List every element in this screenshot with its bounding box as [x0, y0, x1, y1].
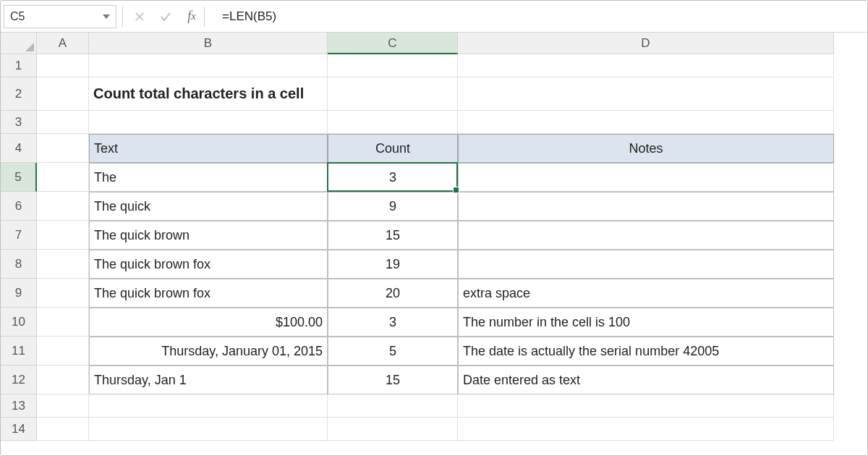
cell-A3[interactable]: [37, 111, 89, 134]
row-headers: 1234567891011121314: [1, 54, 37, 441]
cell-D9[interactable]: extra space: [458, 279, 834, 308]
row-header-13[interactable]: 13: [1, 394, 37, 418]
divider: [122, 7, 123, 27]
spreadsheet-grid: 1234567891011121314 ABCD Count total cha…: [1, 33, 867, 441]
column-header-C[interactable]: C: [328, 33, 458, 54]
cell-B14[interactable]: [89, 418, 328, 441]
cell-B8[interactable]: The quick brown fox: [89, 250, 328, 279]
cell-C5[interactable]: 3: [328, 163, 458, 192]
cell-C3[interactable]: [328, 111, 458, 134]
cell-A8[interactable]: [37, 250, 89, 279]
cell-D1[interactable]: [458, 54, 834, 77]
cell-A12[interactable]: [37, 366, 89, 394]
cell-D13[interactable]: [458, 394, 834, 418]
cell-A9[interactable]: [37, 279, 89, 308]
name-box-value: C5: [10, 10, 25, 23]
formula-bar-buttons: fx: [130, 10, 201, 23]
divider: [204, 7, 205, 27]
row-header-5[interactable]: 5: [1, 163, 37, 192]
cell-B4[interactable]: Text: [89, 134, 328, 163]
cell-B5[interactable]: The: [89, 163, 328, 192]
cell-A1[interactable]: [37, 54, 89, 77]
row-header-6[interactable]: 6: [1, 192, 37, 221]
cell-C2[interactable]: [328, 77, 458, 111]
cell-B12[interactable]: Thursday, Jan 1: [89, 366, 328, 394]
cell-B10[interactable]: $100.00: [89, 308, 328, 337]
cell-D5[interactable]: [458, 163, 834, 192]
cell-A14[interactable]: [37, 418, 89, 441]
cell-C13[interactable]: [328, 394, 458, 418]
row-header-9[interactable]: 9: [1, 279, 37, 308]
cell-A6[interactable]: [37, 192, 89, 221]
chevron-down-icon[interactable]: [103, 14, 110, 19]
cell-C4[interactable]: Count: [328, 134, 458, 163]
row-header-2[interactable]: 2: [1, 77, 37, 111]
cell-D12[interactable]: Date entered as text: [458, 366, 834, 394]
cell-C14[interactable]: [328, 418, 458, 441]
name-box[interactable]: C5: [4, 5, 116, 28]
row-header-4[interactable]: 4: [1, 134, 37, 163]
row-header-11[interactable]: 11: [1, 337, 37, 366]
cell-B11[interactable]: Thursday, January 01, 2015: [89, 337, 328, 366]
formula-bar: C5 fx =LEN(B5): [1, 1, 867, 33]
cell-D6[interactable]: [458, 192, 834, 221]
row-header-14[interactable]: 14: [1, 418, 37, 441]
formula-text: =LEN(B5): [222, 9, 276, 24]
grid-main: ABCD Count total characters in a cellTex…: [37, 33, 834, 441]
enter-icon[interactable]: [159, 10, 172, 23]
cell-D8[interactable]: [458, 250, 834, 279]
cell-A7[interactable]: [37, 221, 89, 250]
cell-A11[interactable]: [37, 337, 89, 366]
left-headers: 1234567891011121314: [1, 33, 37, 441]
cell-C10[interactable]: 3: [328, 308, 458, 337]
row-header-1[interactable]: 1: [1, 54, 37, 77]
cell-D10[interactable]: The number in the cell is 100: [458, 308, 834, 337]
cell-D4[interactable]: Notes: [458, 134, 834, 163]
row-header-7[interactable]: 7: [1, 221, 37, 250]
row-header-8[interactable]: 8: [1, 250, 37, 279]
cell-B2[interactable]: Count total characters in a cell: [89, 77, 328, 111]
cell-B7[interactable]: The quick brown: [89, 221, 328, 250]
column-headers: ABCD: [37, 33, 834, 54]
row-header-10[interactable]: 10: [1, 308, 37, 337]
cell-D2[interactable]: [458, 77, 834, 111]
cell-C6[interactable]: 9: [328, 192, 458, 221]
cell-C1[interactable]: [328, 54, 458, 77]
cell-D3[interactable]: [458, 111, 834, 134]
cell-B13[interactable]: [89, 394, 328, 418]
cell-B1[interactable]: [89, 54, 328, 77]
cell-B9[interactable]: The quick brown fox: [89, 279, 328, 308]
cell-A2[interactable]: [37, 77, 89, 111]
cancel-icon[interactable]: [133, 10, 146, 23]
cell-D11[interactable]: The date is actually the serial number 4…: [458, 337, 834, 366]
cell-C8[interactable]: 19: [328, 250, 458, 279]
cell-B3[interactable]: [89, 111, 328, 134]
column-header-A[interactable]: A: [37, 33, 89, 54]
cell-C12[interactable]: 15: [328, 366, 458, 394]
cell-B6[interactable]: The quick: [89, 192, 328, 221]
cells-area[interactable]: Count total characters in a cellTextCoun…: [37, 54, 834, 441]
cell-D14[interactable]: [458, 418, 834, 441]
row-header-3[interactable]: 3: [1, 111, 37, 134]
cell-A13[interactable]: [37, 394, 89, 418]
fx-icon[interactable]: fx: [185, 10, 198, 23]
cell-A10[interactable]: [37, 308, 89, 337]
column-header-D[interactable]: D: [458, 33, 834, 54]
column-header-B[interactable]: B: [89, 33, 328, 54]
cell-A5[interactable]: [37, 163, 89, 192]
cell-C11[interactable]: 5: [328, 337, 458, 366]
cell-C7[interactable]: 15: [328, 221, 458, 250]
row-header-12[interactable]: 12: [1, 366, 37, 394]
select-all-corner[interactable]: [1, 33, 37, 54]
cell-C9[interactable]: 20: [328, 279, 458, 308]
cell-D7[interactable]: [458, 221, 834, 250]
cell-A4[interactable]: [37, 134, 89, 163]
formula-input[interactable]: =LEN(B5): [216, 5, 863, 28]
